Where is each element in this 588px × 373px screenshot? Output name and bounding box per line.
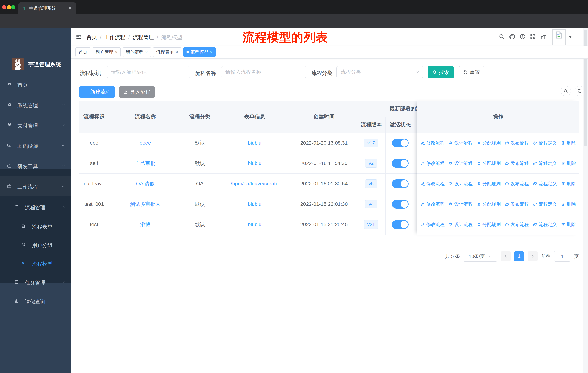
process-definition-link[interactable]: 流程定义 (533, 160, 557, 166)
traffic-light-close[interactable] (2, 5, 6, 10)
process-definition-link[interactable]: 流程定义 (533, 222, 557, 227)
tag-close-icon[interactable]: × (210, 50, 212, 55)
active-toggle[interactable] (392, 200, 409, 209)
process-name-link[interactable]: 测试多审批人 (130, 201, 161, 208)
form-link[interactable]: biubiu (248, 201, 262, 207)
search-button[interactable]: 搜索 (428, 66, 454, 78)
form-link[interactable]: /bpm/oa/leave/create (231, 181, 279, 187)
version-badge[interactable]: v17 (364, 139, 378, 147)
breadcrumb-process-manage[interactable]: 流程管理 (133, 34, 154, 41)
next-page-button[interactable] (528, 251, 537, 261)
filter-name-input[interactable] (221, 66, 306, 78)
process-name-link[interactable]: 自己审批 (135, 160, 156, 167)
assign-rule-link[interactable]: 分配规则 (477, 140, 501, 146)
design-process-link[interactable]: 设计流程 (449, 160, 473, 166)
design-process-link[interactable]: 设计流程 (449, 181, 473, 187)
filter-category-select[interactable]: 流程分类 (336, 66, 423, 78)
page-size-select[interactable]: 10条/页 (463, 251, 497, 262)
version-badge[interactable]: v5 (365, 179, 377, 188)
form-link[interactable]: biubiu (248, 222, 262, 227)
browser-tab[interactable]: 芋道管理系统 (18, 2, 76, 14)
fullscreen-icon[interactable] (530, 33, 536, 40)
tag-my-process[interactable]: 我的流程× (123, 47, 151, 57)
create-process-button[interactable]: 新建流程 (79, 86, 115, 98)
sidebar-item-infra[interactable]: 基础设施 (0, 135, 71, 156)
process-definition-link[interactable]: 流程定义 (533, 181, 557, 187)
delete-link[interactable]: 删除 (561, 160, 576, 166)
design-process-link[interactable]: 设计流程 (449, 140, 473, 146)
design-process-link[interactable]: 设计流程 (449, 222, 473, 227)
tag-tenant[interactable]: 租户管理× (93, 47, 121, 57)
prev-page-button[interactable] (501, 251, 511, 261)
active-toggle[interactable] (392, 179, 409, 188)
avatar-caret-down-icon[interactable] (568, 35, 573, 39)
process-name-link[interactable]: eeee (140, 140, 151, 146)
sidebar-collapse-hamburger-icon[interactable] (75, 33, 82, 40)
active-toggle[interactable] (392, 159, 409, 168)
delete-link[interactable]: 删除 (561, 181, 576, 187)
process-definition-link[interactable]: 流程定义 (533, 140, 557, 146)
sidebar-item-process-model[interactable]: 流程模型 (0, 253, 71, 273)
edit-process-link[interactable]: 修改流程 (420, 222, 445, 227)
sidebar-item-payment[interactable]: 支付管理 (0, 115, 71, 135)
sidebar-item-home[interactable]: 首页 (0, 74, 71, 94)
assign-rule-link[interactable]: 分配规则 (477, 201, 501, 207)
process-name-link[interactable]: OA 请假 (136, 180, 155, 187)
tag-home[interactable]: 首页 (75, 47, 90, 57)
publish-process-link[interactable]: 发布流程 (505, 160, 529, 166)
assign-rule-link[interactable]: 分配规则 (477, 181, 501, 187)
delete-link[interactable]: 删除 (561, 222, 576, 227)
version-badge[interactable]: v2 (365, 159, 377, 168)
process-definition-link[interactable]: 流程定义 (533, 201, 557, 207)
publish-process-link[interactable]: 发布流程 (505, 201, 529, 207)
tag-process-model-active[interactable]: 流程模型× (183, 47, 216, 57)
toggle-search-button[interactable] (561, 86, 571, 96)
sidebar-item-system[interactable]: 系统管理 (0, 94, 71, 115)
edit-process-link[interactable]: 修改流程 (420, 140, 445, 146)
sidebar-item-workflow[interactable]: 工作流程 (0, 176, 71, 196)
sidebar-item-task-manage[interactable]: 任务管理 (0, 272, 71, 292)
publish-process-link[interactable]: 发布流程 (505, 140, 529, 146)
version-badge[interactable]: v21 (364, 220, 378, 229)
sidebar-item-leave-query[interactable]: 请假查询 (0, 291, 71, 311)
tag-process-form[interactable]: 流程表单× (153, 47, 181, 57)
delete-link[interactable]: 删除 (561, 140, 576, 146)
current-page-button[interactable]: 1 (514, 251, 524, 261)
sidebar-item-process-form[interactable]: 流程表单 (0, 216, 71, 236)
breadcrumb-workflow[interactable]: 工作流程 (104, 34, 126, 41)
form-link[interactable]: biubiu (248, 140, 262, 146)
assign-rule-link[interactable]: 分配规则 (477, 222, 501, 227)
help-question-icon[interactable] (519, 33, 526, 40)
github-icon[interactable] (509, 33, 515, 40)
import-process-button[interactable]: 导入流程 (119, 86, 155, 98)
reset-button[interactable]: 重置 (459, 66, 484, 78)
sidebar-item-process-manage[interactable]: 流程管理 (0, 197, 71, 217)
design-process-link[interactable]: 设计流程 (449, 201, 473, 207)
breadcrumb-home[interactable]: 首页 (86, 34, 97, 41)
new-tab-button[interactable] (81, 5, 86, 10)
sidebar-item-user-group[interactable]: 用户分组 (0, 234, 71, 255)
sidebar-item-devtools[interactable]: 研发工具 (0, 156, 71, 176)
avatar[interactable] (552, 29, 566, 45)
header-search-icon[interactable] (499, 33, 504, 39)
edit-process-link[interactable]: 修改流程 (420, 181, 445, 187)
tag-close-icon[interactable]: × (115, 50, 117, 55)
active-toggle[interactable] (392, 139, 409, 147)
version-badge[interactable]: v4 (365, 200, 377, 208)
traffic-light-minimize[interactable] (7, 5, 11, 10)
tab-close-icon[interactable] (68, 6, 72, 10)
publish-process-link[interactable]: 发布流程 (505, 222, 529, 227)
traffic-light-zoom[interactable] (11, 5, 15, 10)
tag-close-icon[interactable]: × (176, 50, 178, 55)
tag-close-icon[interactable]: × (145, 50, 148, 55)
font-size-icon[interactable] (540, 33, 546, 40)
form-link[interactable]: biubiu (248, 161, 262, 166)
delete-link[interactable]: 删除 (561, 201, 576, 207)
publish-process-link[interactable]: 发布流程 (505, 181, 529, 187)
assign-rule-link[interactable]: 分配规则 (477, 160, 501, 166)
edit-process-link[interactable]: 修改流程 (420, 201, 445, 207)
filter-id-input[interactable] (107, 66, 190, 78)
active-toggle[interactable] (392, 220, 409, 229)
process-name-link[interactable]: 滔博 (140, 221, 150, 228)
edit-process-link[interactable]: 修改流程 (420, 160, 445, 166)
